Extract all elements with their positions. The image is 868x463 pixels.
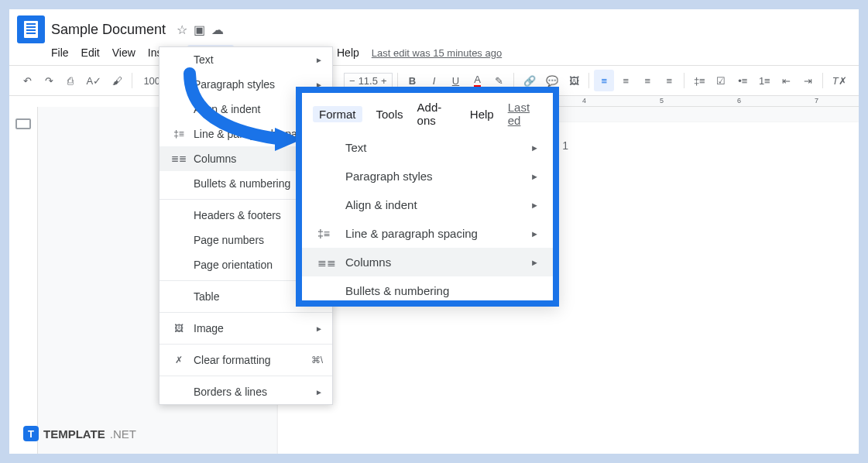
dd-borders-lines[interactable]: Borders & lines► — [160, 379, 332, 404]
brand-icon: T — [23, 426, 39, 441]
po-text[interactable]: Text► — [302, 133, 553, 162]
line-spacing-icon: ‡≡ — [170, 129, 187, 139]
print-button[interactable]: ⎙ — [60, 70, 81, 91]
docs-logo[interactable] — [17, 15, 45, 43]
dd-clear-formatting[interactable]: ✗Clear formatting⌘\ — [160, 348, 332, 372]
move-icon[interactable]: ▣ — [194, 22, 205, 37]
bulleted-list-button[interactable]: •≡ — [732, 70, 753, 91]
outdent-button[interactable]: ⇤ — [776, 70, 796, 91]
numbered-list-button[interactable]: 1≡ — [754, 70, 774, 91]
align-left-button[interactable]: ≡ — [594, 70, 614, 91]
zoomed-popout: Format Tools Add-ons Help Last ed Text► … — [296, 87, 559, 307]
columns-icon: ≣≣ — [170, 153, 187, 164]
menu-edit[interactable]: Edit — [81, 46, 100, 59]
cloud-icon[interactable]: ☁ — [211, 22, 224, 37]
menu-help[interactable]: Help — [337, 46, 359, 59]
po-lastedit[interactable]: Last ed — [508, 101, 542, 127]
align-justify-button[interactable]: ≡ — [659, 70, 679, 91]
menu-view[interactable]: View — [112, 46, 136, 59]
line-spacing-icon: ‡≡ — [317, 228, 336, 240]
star-icon[interactable]: ☆ — [177, 22, 187, 37]
last-edit-link[interactable]: Last edit was 15 minutes ago — [372, 47, 502, 59]
doc-title[interactable]: Sample Document — [51, 22, 166, 38]
clear-format-icon: ✗ — [170, 355, 187, 365]
checklist-button[interactable]: ☑ — [711, 70, 731, 91]
po-menu-help[interactable]: Help — [470, 108, 494, 121]
outline-icon — [15, 118, 31, 129]
menubar: File Edit View Insert Format Tools Add-o… — [9, 45, 859, 65]
redo-button[interactable]: ↷ — [39, 70, 59, 91]
menu-file[interactable]: File — [51, 46, 69, 59]
po-columns[interactable]: ≣≣Columns► — [302, 248, 553, 276]
line-spacing-button[interactable]: ‡≡ — [689, 70, 709, 91]
align-right-button[interactable]: ≡ — [637, 70, 657, 91]
po-side-number: 1 — [562, 139, 568, 152]
clear-format-button[interactable]: T✗ — [828, 70, 851, 91]
columns-icon: ≣≣ — [317, 256, 336, 269]
undo-button[interactable]: ↶ — [17, 70, 37, 91]
indent-button[interactable]: ⇥ — [798, 70, 818, 91]
paint-format-button[interactable]: 🖌 — [107, 70, 127, 91]
po-menu-tools[interactable]: Tools — [376, 108, 403, 121]
titlebar: Sample Document ☆ ▣ ☁ — [9, 9, 859, 45]
po-menubar: Format Tools Add-ons Help Last ed — [302, 93, 553, 133]
spellcheck-button[interactable]: A✓ — [82, 70, 105, 91]
po-align-indent[interactable]: Align & indent► — [302, 190, 553, 219]
po-menu-format[interactable]: Format — [313, 106, 362, 122]
dd-text[interactable]: Text► — [160, 47, 332, 72]
image-icon: 🖼 — [170, 323, 187, 334]
dd-image[interactable]: 🖼Image► — [160, 316, 332, 341]
align-center-button[interactable]: ≡ — [616, 70, 636, 91]
po-line-spacing[interactable]: ‡≡Line & paragraph spacing► — [302, 219, 553, 248]
image-button[interactable]: 🖼 — [564, 70, 584, 91]
outline-panel[interactable] — [9, 107, 38, 454]
brand-watermark: T TEMPLATE.NET — [23, 426, 136, 441]
po-bullets-numbering[interactable]: Bullets & numbering — [302, 276, 553, 300]
po-menu-addons[interactable]: Add-ons — [417, 101, 456, 127]
po-paragraph-styles[interactable]: Paragraph styles► — [302, 162, 553, 190]
